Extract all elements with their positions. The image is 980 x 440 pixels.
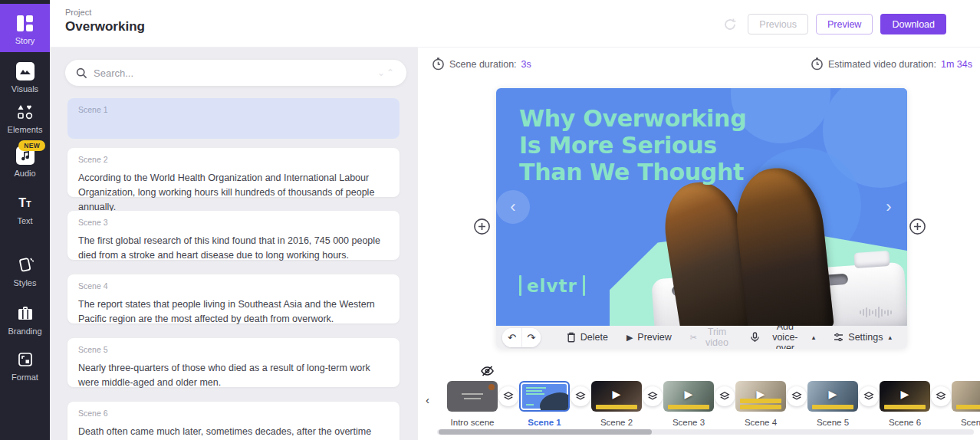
scene-duration-label: Scene duration: <box>449 59 517 70</box>
play-icon: ▶ <box>613 388 621 400</box>
add-layer-button[interactable] <box>859 386 879 406</box>
zoom-in-button[interactable] <box>909 218 926 235</box>
timeline-scroll-left[interactable]: ‹ <box>426 393 429 406</box>
delete-button[interactable]: Delete <box>557 326 617 349</box>
rail-label-audio: Audio <box>14 169 35 178</box>
redo-button[interactable]: ↷ <box>521 328 541 347</box>
rail-item-styles[interactable]: Styles <box>0 255 50 287</box>
timeline-label[interactable]: Scene 6 <box>889 418 921 427</box>
script-panel: ⌄⌃ Scene 1 Scene 2 According to the Worl… <box>50 48 418 440</box>
eye-off-icon[interactable] <box>480 365 495 377</box>
timeline-label[interactable]: Scene 2 <box>600 418 633 427</box>
project-eyebrow: Project <box>65 8 91 17</box>
timeline-label[interactable]: Scene 1 <box>528 418 561 427</box>
search-bar[interactable]: ⌄⌃ <box>65 60 406 86</box>
timeline-item-scene1: Scene 1 <box>519 381 570 412</box>
play-icon: ▶ <box>829 388 837 400</box>
elements-icon <box>17 103 34 120</box>
previous-scene-arrow[interactable]: ‹ <box>496 190 530 224</box>
timeline-scrollbar-thumb[interactable] <box>439 429 652 435</box>
editor-stage: Scene duration: 3s Estimated video durat… <box>418 48 980 440</box>
timeline-item-scene3: ▶ Scene 3 <box>663 381 714 412</box>
branding-icon <box>17 306 34 321</box>
estimated-duration-value: 1m 34s <box>941 59 972 70</box>
timeline-item-intro: Intro scene <box>447 381 498 412</box>
scene-card-2[interactable]: Scene 2 According to the World Health Or… <box>67 148 400 197</box>
intro-scene-thumbnail[interactable] <box>447 381 498 412</box>
timeline-label[interactable]: Intro scene <box>451 418 495 427</box>
rail-item-story[interactable]: Story <box>0 4 50 52</box>
undo-button[interactable]: ↶ <box>502 328 521 347</box>
scene-card-6[interactable]: Scene 6 Death often came much later, som… <box>67 402 400 440</box>
scene4-thumbnail[interactable]: ▶ <box>735 381 786 412</box>
timeline-label[interactable]: Scene 4 <box>745 418 777 427</box>
scene-card-1[interactable]: Scene 1 <box>67 98 400 139</box>
caret-up-icon: ▴ <box>812 333 816 341</box>
timeline-label[interactable]: Scene 5 <box>817 418 849 427</box>
preview-button[interactable]: Preview <box>816 14 873 34</box>
project-title[interactable]: Overworking <box>65 19 145 34</box>
scene-card-text: According to the World Health Organizati… <box>78 171 389 214</box>
rail-label-text: Text <box>17 216 32 225</box>
scene-card-label: Scene 3 <box>78 218 389 227</box>
scene-duration: Scene duration: 3s <box>432 57 531 71</box>
scene1-thumbnail[interactable] <box>519 381 570 412</box>
scene-card-text: Death often came much later, sometimes d… <box>78 425 389 440</box>
rail-item-visuals[interactable]: Visuals <box>0 61 50 94</box>
story-icon <box>0 13 50 33</box>
rail-item-text[interactable]: TT Text <box>0 193 50 225</box>
download-button[interactable]: Download <box>880 14 946 34</box>
next-scene-arrow[interactable]: › <box>872 190 906 224</box>
scene7-thumbnail[interactable] <box>952 381 980 412</box>
rail-item-format[interactable]: Format <box>0 350 50 382</box>
previous-button[interactable]: Previous <box>748 14 808 34</box>
scene-card-text: Nearly three-quarters of those who died … <box>78 361 389 390</box>
add-layer-button[interactable] <box>498 386 518 406</box>
chevron-right-icon: › <box>886 197 891 217</box>
microphone-icon <box>751 332 759 343</box>
settings-button[interactable]: Settings ▴ <box>824 326 901 349</box>
scene-card-3[interactable]: Scene 3 The first global research of thi… <box>67 211 400 260</box>
add-layer-button[interactable] <box>931 386 951 406</box>
scene-toolbar: ↶ ↷ Delete ▶ Preview ✂ <box>496 326 907 349</box>
scene-card-label: Scene 4 <box>78 281 389 291</box>
zoom-out-button[interactable] <box>473 218 491 235</box>
timeline-item-scene7: Scene 7 <box>952 381 980 412</box>
scene-card-5[interactable]: Scene 5 Nearly three-quarters of those w… <box>67 338 400 387</box>
search-prev-next-chevrons[interactable]: ⌄⌃ <box>377 67 396 78</box>
text-icon: TT <box>18 196 31 210</box>
visuals-icon <box>16 62 35 80</box>
video-headline[interactable]: Why Overworking Is More Serious Than We … <box>519 105 746 186</box>
search-input[interactable] <box>94 67 371 79</box>
brand-logo[interactable]: elvtr <box>519 275 585 296</box>
format-icon <box>18 352 33 367</box>
scene2-thumbnail[interactable]: ▶ <box>591 381 642 412</box>
rail-item-branding[interactable]: Branding <box>0 304 50 336</box>
search-icon <box>76 67 87 79</box>
scene-preview-button[interactable]: ▶ Preview <box>617 326 681 349</box>
rail-label-format: Format <box>12 373 38 382</box>
timeline-track: Intro scene Scene 1 ▶ Scene <box>447 381 980 412</box>
timeline-scrollbar[interactable] <box>437 429 974 435</box>
scene5-thumbnail[interactable]: ▶ <box>807 381 858 412</box>
scene-card-4[interactable]: Scene 4 The report states that people li… <box>67 274 400 323</box>
scene3-thumbnail[interactable]: ▶ <box>663 381 714 412</box>
timeline-item-scene6: ▶ Scene 6 <box>880 381 930 412</box>
video-canvas[interactable]: Why Overworking Is More Serious Than We … <box>496 88 907 326</box>
scene-duration-value[interactable]: 3s <box>521 59 531 70</box>
add-layer-button[interactable] <box>643 386 663 406</box>
rail-item-elements[interactable]: Elements <box>0 102 50 134</box>
rail-label-elements: Elements <box>8 125 43 134</box>
timeline-label[interactable]: Scene 3 <box>673 418 705 427</box>
add-layer-button[interactable] <box>787 386 807 406</box>
timeline-label[interactable]: Scene 7 <box>961 418 980 427</box>
scene6-thumbnail[interactable]: ▶ <box>880 381 930 412</box>
add-layer-button[interactable] <box>715 386 735 406</box>
add-layer-button[interactable] <box>571 386 590 406</box>
rail-item-audio[interactable]: NEW Audio <box>0 146 50 178</box>
rail-label-story: Story <box>15 36 35 45</box>
trim-video-button[interactable]: ✂ Trim video <box>681 326 742 349</box>
refresh-icon[interactable] <box>723 18 737 31</box>
scene-card-label: Scene 1 <box>78 105 389 114</box>
add-voiceover-button[interactable]: Add voice-over ▴ <box>742 326 824 349</box>
